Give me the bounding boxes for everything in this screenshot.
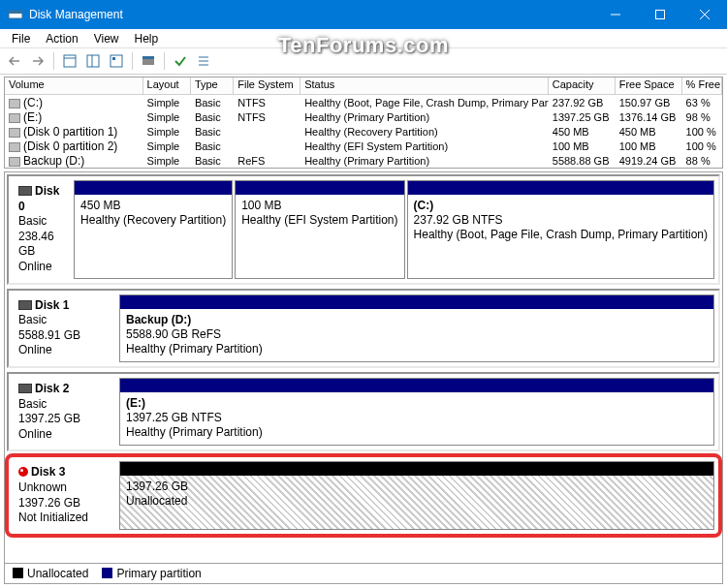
window-title: Disk Management	[29, 8, 593, 21]
disk-state: Online	[18, 427, 113, 443]
volume-freespace: 100 MB	[616, 140, 682, 152]
partition-detail: 1397.25 GB NTFS	[126, 411, 708, 425]
volume-row[interactable]: (Disk 0 partition 1)SimpleBasicHealthy (…	[5, 124, 722, 139]
disk-state: Online	[18, 260, 68, 275]
volume-freespace: 450 MB	[616, 126, 682, 138]
volume-type: Basic	[191, 111, 234, 123]
volume-name: (Disk 0 partition 2)	[23, 139, 117, 153]
menu-help[interactable]: Help	[127, 30, 167, 47]
toolbar-apply-icon[interactable]	[170, 50, 191, 72]
disk-pane[interactable]: Disk 2Basic1397.25 GBOnline(E:)1397.25 G…	[7, 372, 720, 451]
col-header-filesystem[interactable]: File System	[234, 77, 300, 94]
toolbar-list-icon[interactable]	[193, 50, 214, 72]
menu-action[interactable]: Action	[38, 30, 85, 47]
disk-pane[interactable]: Disk 0Basic238.46 GBOnline450 MBHealthy …	[7, 174, 720, 285]
volume-filesystem: NTFS	[234, 111, 300, 123]
volume-list-header[interactable]: Volume Layout Type File System Status Ca…	[5, 77, 722, 95]
maximize-button[interactable]	[638, 0, 682, 29]
partition[interactable]: 1397.26 GBUnallocated	[119, 461, 714, 529]
disk-pane[interactable]: Disk 1Basic5588.91 GBOnlineBackup (D:)55…	[7, 289, 720, 368]
partition[interactable]: Backup (D:)5588.90 GB ReFSHealthy (Prima…	[119, 294, 714, 362]
close-button[interactable]	[682, 0, 727, 29]
partition[interactable]: (E:)1397.25 GB NTFSHealthy (Primary Part…	[119, 378, 714, 446]
col-header-status[interactable]: Status	[300, 77, 549, 94]
volume-layout: Simple	[143, 111, 191, 123]
volume-name: Backup (D:)	[23, 154, 84, 168]
volume-capacity: 1397.25 GB	[549, 111, 616, 123]
volume-row[interactable]: (Disk 0 partition 2)SimpleBasicHealthy (…	[5, 139, 722, 153]
disk-icon	[18, 186, 32, 196]
toolbar-view2-icon[interactable]	[82, 50, 104, 72]
disk-size: 1397.26 GB	[18, 496, 113, 511]
volume-type: Basic	[191, 155, 234, 167]
volume-pctfree: 100 %	[682, 140, 722, 152]
disk-pane[interactable]: Disk 3Unknown1397.26 GBNot Initialized13…	[7, 455, 720, 535]
volume-freespace: 1376.14 GB	[616, 111, 682, 123]
partition-detail: 1397.26 GB	[126, 480, 708, 494]
toolbar-refresh-icon[interactable]	[106, 50, 127, 72]
back-button[interactable]	[4, 50, 25, 72]
volume-pctfree: 88 %	[682, 155, 722, 167]
col-header-capacity[interactable]: Capacity	[549, 77, 616, 94]
svg-rect-1	[9, 11, 22, 14]
disk-partitions: 450 MBHealthy (Recovery Partition)100 MB…	[74, 180, 714, 279]
minimize-button[interactable]	[593, 0, 638, 29]
toolbar-view1-icon[interactable]	[59, 50, 80, 72]
disk-info: Disk 1Basic5588.91 GBOnline	[13, 294, 119, 362]
volume-row[interactable]: Backup (D:)SimpleBasicReFSHealthy (Prima…	[5, 153, 722, 168]
disk-type: Basic	[18, 313, 113, 328]
partition[interactable]: 450 MBHealthy (Recovery Partition)	[74, 180, 233, 279]
toolbar	[0, 48, 727, 75]
volume-capacity: 237.92 GB	[549, 97, 616, 108]
disk-size: 1397.25 GB	[18, 412, 113, 427]
disk-type: Basic	[18, 214, 68, 230]
disk-type: Unknown	[18, 480, 113, 496]
col-header-volume[interactable]: Volume	[5, 77, 143, 94]
partition[interactable]: (C:)237.92 GB NTFSHealthy (Boot, Page Fi…	[407, 180, 714, 279]
volume-icon	[9, 113, 20, 123]
volume-icon	[9, 99, 20, 108]
volume-filesystem: ReFS	[234, 155, 300, 167]
col-header-pctfree[interactable]: % Free	[682, 77, 722, 94]
volume-row[interactable]: (E:)SimpleBasicNTFSHealthy (Primary Part…	[5, 109, 722, 124]
partition-status: Healthy (EFI System Partition)	[241, 213, 397, 228]
col-header-freespace[interactable]: Free Space	[616, 77, 682, 94]
volume-icon	[9, 142, 20, 152]
volume-pctfree: 98 %	[682, 111, 722, 123]
disk-graphical-view[interactable]: Disk 0Basic238.46 GBOnline450 MBHealthy …	[4, 171, 723, 569]
partition-color-bar	[236, 181, 403, 195]
volume-capacity: 5588.88 GB	[549, 155, 616, 167]
volume-layout: Simple	[143, 140, 191, 152]
volume-icon	[9, 128, 20, 138]
partition[interactable]: 100 MBHealthy (EFI System Partition)	[235, 180, 404, 279]
partition-color-bar	[120, 379, 713, 392]
menubar: File Action View Help	[0, 29, 727, 48]
legend-unallocated: Unallocated	[13, 567, 88, 580]
partition-label: Backup (D:)	[126, 313, 708, 327]
volume-layout: Simple	[143, 126, 191, 138]
partition-detail: 5588.90 GB ReFS	[126, 327, 708, 342]
disk-partitions: (E:)1397.25 GB NTFSHealthy (Primary Part…	[119, 378, 714, 446]
forward-button[interactable]	[27, 50, 48, 72]
partition-detail: 100 MB	[241, 199, 397, 213]
volume-pctfree: 100 %	[682, 126, 722, 138]
volume-type: Basic	[191, 126, 234, 138]
menu-view[interactable]: View	[86, 30, 127, 47]
volume-type: Basic	[191, 97, 234, 108]
volume-row[interactable]: (C:)SimpleBasicNTFSHealthy (Boot, Page F…	[5, 95, 722, 109]
partition-body: (C:)237.92 GB NTFSHealthy (Boot, Page Fi…	[408, 195, 713, 278]
svg-rect-12	[142, 59, 154, 65]
volume-status: Healthy (Primary Partition)	[300, 155, 549, 167]
volume-capacity: 450 MB	[549, 126, 616, 138]
error-icon	[18, 467, 28, 477]
partition-color-bar	[75, 181, 232, 195]
window-controls	[593, 0, 727, 29]
volume-list[interactable]: Volume Layout Type File System Status Ca…	[4, 77, 723, 169]
menu-file[interactable]: File	[4, 30, 38, 47]
toolbar-settings-icon[interactable]	[138, 50, 159, 72]
partition-detail: 237.92 GB NTFS	[414, 213, 708, 228]
col-header-type[interactable]: Type	[191, 77, 234, 94]
volume-type: Basic	[191, 140, 234, 152]
col-header-layout[interactable]: Layout	[143, 77, 191, 94]
volume-freespace: 150.97 GB	[616, 97, 682, 108]
